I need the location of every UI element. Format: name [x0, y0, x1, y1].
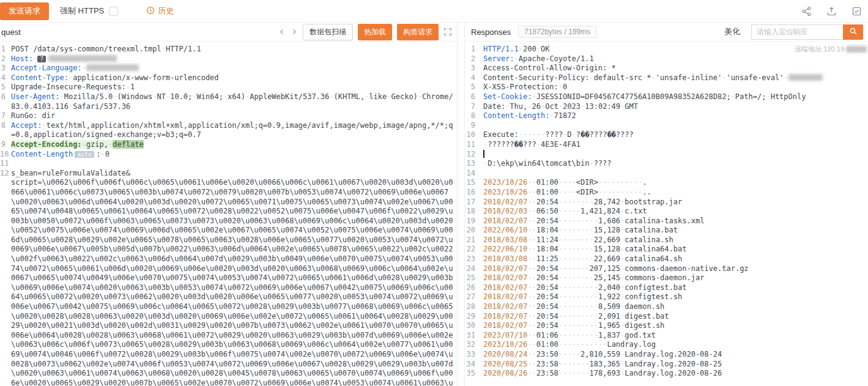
code-line-content: 2018/02/07··20:54·········2,091·digest.b… [483, 312, 868, 322]
line-number: 31 [465, 331, 483, 341]
code-segment: ·??????��???·4E3E-4FA1 [483, 140, 581, 149]
code-segment: 2023/07/10 [483, 331, 527, 340]
line-number: 22 [465, 245, 483, 254]
line-number: 15 [465, 178, 483, 188]
code-line: 12 [465, 150, 868, 160]
construct-request-button[interactable]: 构造请求 [397, 24, 439, 40]
code-line: 14 [465, 169, 868, 179]
code-line: 11·??????��???·4E3E-4FA1 [465, 140, 868, 150]
line-number: 10 [465, 130, 483, 140]
code-line-content: 2018/02/07··20:54·········2,040·configte… [483, 283, 868, 293]
code-line-content: 2018/02/07··20:54·········8,509·daemon.s… [483, 302, 868, 312]
line-number [0, 178, 11, 386]
code-segment: ··20:54·········1,922·configtest.sh [527, 292, 682, 301]
code-line: 9 [465, 121, 868, 131]
line-number: 26 [465, 283, 483, 293]
code-segment: ··23:58·······183,365·Landray.log.2020-0… [527, 360, 722, 368]
code-line-content: Execute:······????·D·?��????��???? [483, 130, 868, 140]
code-segment: 2018/02/03 [483, 207, 527, 215]
line-number: 24 [465, 264, 483, 274]
line-number: 9 [465, 121, 483, 131]
send-request-button[interactable]: 发送请求 [0, 2, 49, 20]
code-segment: Set-Cookie: [483, 92, 532, 101]
code-segment: 2020/08/24 [483, 350, 527, 358]
code-line-content: Accept-Encoding:·gzip,·deflate [11, 140, 457, 150]
code-segment: ·application/x-www-form-urlencoded [69, 73, 219, 82]
code-line: 6User-Agent:·Mozilla/5.0·(Windows·NT·10.… [0, 92, 457, 111]
share-icon[interactable] [801, 6, 812, 17]
code-segment: ··01:06·········1,837·god.txt [527, 331, 656, 340]
code-line-content: 2022/06/10··18:04········15,128·catalina… [483, 226, 868, 236]
code-segment: ? [37, 56, 46, 62]
line-number: 2 [465, 54, 483, 64]
search-input[interactable] [751, 24, 843, 40]
code-segment: Content-Type: [11, 73, 69, 82]
code-line: 9Accept-Encoding:·gzip,·deflate [0, 140, 457, 150]
expand-icon[interactable] [443, 28, 452, 36]
code-segment: script= [11, 178, 42, 187]
line-number: 35 [465, 369, 483, 379]
code-line: 352020/08/26··23:58·······178,693·Landra… [465, 369, 868, 379]
code-line: 11 [0, 159, 457, 169]
code-segment: HTTP/1.1 [483, 45, 519, 53]
http-fuzzer-app: 发送请求 强制 HTTPS 历史 [0, 0, 868, 386]
code-segment: Content-Length: [483, 111, 549, 120]
packet-scan-button[interactable]: 数据包扫描 [303, 24, 353, 40]
code-line: script=\u0062\u006f\u006f\u006c\u0065\u0… [0, 178, 457, 386]
code-line: 202022/06/10··18:04········15,128·catali… [465, 226, 868, 236]
code-line-content: 2018/03/08··11:25········22,669·catalina… [483, 254, 868, 264]
panel-gap [458, 23, 464, 386]
search-button[interactable] [843, 24, 863, 40]
line-number: 5 [465, 83, 483, 92]
code-line: 7RunGo:·dir [0, 111, 457, 121]
chevron-right-icon[interactable] [291, 28, 298, 35]
code-line: 4Content-Type:·application/x-www-form-ur… [0, 73, 457, 83]
code-segment: Server: [483, 54, 514, 63]
code-segment: ··20:54·········8,509·daemon.sh [527, 302, 664, 311]
code-segment: ··18:04········15,128·catalina.bat [527, 226, 678, 234]
code-line-content: 2018/02/07··20:54········28,742·bootstra… [483, 198, 868, 207]
force-https-checkbox[interactable] [109, 7, 118, 16]
line-number: 17 [465, 198, 483, 207]
line-number: 23 [465, 254, 483, 264]
line-number: 9 [0, 140, 11, 150]
code-segment: 2018/03/08 [483, 236, 527, 244]
code-segment: 2020/08/25 [483, 360, 527, 368]
force-https-option: 强制 HTTPS [60, 6, 118, 17]
remote-address: 远端地址:120.19 [795, 45, 867, 54]
hot-reload-button[interactable]: 热加载 [358, 24, 392, 40]
line-number: 8 [465, 111, 483, 121]
response-editor[interactable]: 1HTTP/1.1·200·OK2Server:·Apache-Coyote/1… [465, 42, 868, 386]
code-segment: 2018/02/07 [483, 321, 527, 330]
code-line-content: script=\u0062\u006f\u006f\u006c\u0065\u0… [11, 178, 457, 386]
history-button[interactable]: 历史 [146, 6, 174, 17]
chevron-left-icon[interactable] [278, 28, 286, 35]
line-number: 25 [465, 273, 483, 283]
main-split: quest 数据包扫描 热加载 构造请求 1POST·/data/sys-com… [0, 23, 868, 386]
code-line-content: Upgrade-Insecure-Requests:·1 [11, 83, 457, 92]
line-number: 12 [0, 169, 11, 179]
line-number: 5 [0, 83, 11, 92]
code-segment: ··06:50·····1,421,824·c.txt [527, 207, 647, 215]
code-segment: 2018/02/07 [483, 273, 527, 282]
request-editor[interactable]: 1POST·/data/sys-common/treexml.tmpl·HTTP… [0, 42, 457, 386]
code-segment: 2020/08/26 [483, 369, 527, 377]
line-number: 7 [0, 111, 11, 121]
code-segment: ··23:58·······178,693·Landray.log.2020-0… [527, 369, 722, 377]
code-segment: ·gzip,· [82, 140, 113, 149]
line-number: 14 [465, 169, 483, 179]
code-segment: RunGo:·dir [11, 111, 55, 120]
responses-tab[interactable]: Responses [471, 28, 511, 37]
code-segment: 2018/02/07 [483, 264, 527, 273]
code-line: 342020/08/25··23:58·······183,365·Landra… [465, 360, 868, 369]
audit-icon[interactable] [851, 6, 862, 17]
code-line-content: Content-Lengthauto:·0 [11, 150, 457, 160]
code-segment: ··20:54·········2,091·digest.bat [527, 312, 669, 321]
code-line: 252018/02/07··20:54········25,145·common… [465, 273, 868, 283]
beautify-button[interactable]: 美化 [724, 26, 740, 37]
export-icon[interactable] [826, 6, 837, 17]
line-number: 10 [0, 150, 11, 160]
code-segment: ··01:00····<DIR>··········. [527, 178, 647, 187]
code-segment: Host:· [11, 54, 37, 63]
clock-icon [146, 6, 155, 17]
